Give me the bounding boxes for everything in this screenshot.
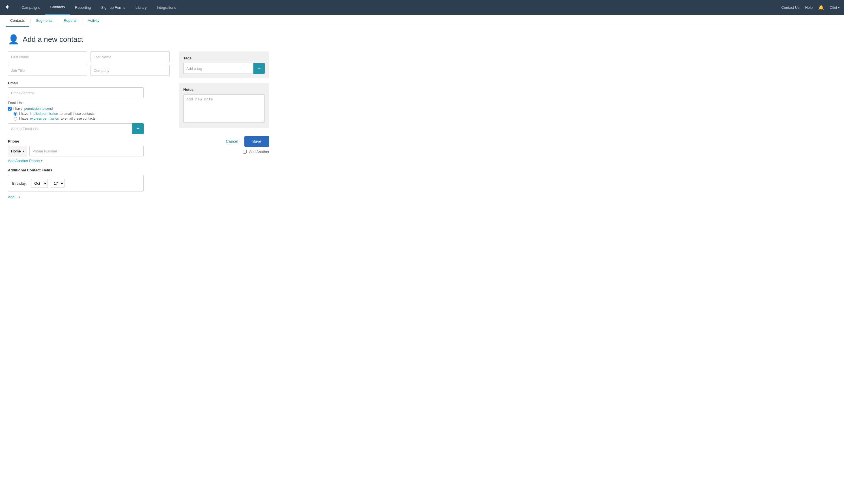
phone-section-label: Phone [8, 139, 170, 143]
actions-row: Cancel Save Add Another [179, 136, 269, 154]
sub-nav-reports[interactable]: Reports [59, 15, 81, 27]
notes-panel: Notes [179, 83, 269, 128]
email-input[interactable] [8, 87, 144, 98]
add-another-label: Add Another [249, 150, 269, 154]
person-icon: 👤 [8, 34, 19, 45]
express-radio[interactable] [14, 117, 17, 121]
birthday-month-select[interactable]: JanFebMarApr MayJunJulAug SepOctNovDec [31, 179, 48, 188]
sub-navigation: Contacts | Segments | Reports | Activity [0, 15, 844, 27]
divider-2: | [57, 19, 59, 23]
tags-title: Tags [183, 56, 265, 60]
page-title: Add a new contact [23, 35, 83, 44]
add-more-link[interactable]: Add... ▾ [8, 195, 170, 199]
logo[interactable]: ✦ [4, 4, 10, 11]
contact-us-link[interactable]: Contact Us [781, 5, 799, 10]
add-email-list-input[interactable] [8, 123, 132, 134]
add-more-caret: ▾ [19, 195, 20, 199]
help-link[interactable]: Help [805, 5, 813, 10]
add-another-checkbox[interactable] [243, 150, 247, 154]
nav-campaigns[interactable]: Campaigns [16, 0, 45, 15]
last-name-input[interactable] [90, 52, 170, 62]
nav-reporting[interactable]: Reporting [70, 0, 96, 15]
phone-type-label: Home [11, 149, 21, 153]
birthday-row: Birthday: JanFebMarApr MayJunJulAug SepO… [8, 175, 144, 192]
additional-fields-label: Additional Contact Fields [8, 168, 170, 172]
implied-radio[interactable] [14, 112, 17, 116]
birthday-day-select[interactable]: 12345 678910 1112131415 1617181920 21222… [51, 179, 65, 188]
express-radio-row: I have express permission to email these… [14, 116, 170, 121]
nav-links: Campaigns Contacts Reporting Sign-up For… [16, 0, 781, 15]
top-navigation: ✦ Campaigns Contacts Reporting Sign-up F… [0, 0, 844, 15]
permission-text: I have [13, 107, 23, 111]
nav-integrations[interactable]: Integrations [151, 0, 181, 15]
save-button[interactable]: Save [245, 136, 269, 147]
nav-right: Contact Us Help 🔔 Clint ▾ [781, 5, 840, 10]
notifications-icon[interactable]: 🔔 [818, 5, 824, 10]
tags-panel: Tags + [179, 52, 269, 78]
add-tag-button[interactable]: + [253, 63, 265, 74]
email-lists-label: Email Lists [8, 101, 170, 105]
express-text: I have [19, 116, 28, 121]
tag-input-row: + [183, 63, 265, 74]
sub-nav-segments[interactable]: Segments [31, 15, 57, 27]
user-menu[interactable]: Clint ▾ [830, 5, 840, 10]
add-email-list-button[interactable]: + [132, 123, 144, 134]
add-another-phone-link[interactable]: Add Another Phone ▾ [8, 159, 170, 163]
add-another-row: Add Another [243, 150, 269, 154]
permission-link[interactable]: permission to send [24, 107, 53, 111]
implied-link[interactable]: implied permission [30, 112, 58, 116]
main-content: 👤 Add a new contact Email Email Lists [0, 27, 277, 206]
form-layout: Email Email Lists I have permission to s… [8, 52, 269, 199]
express-link[interactable]: express permission [30, 116, 59, 121]
implied-text: I have [19, 112, 28, 116]
divider-3: | [81, 19, 84, 23]
notes-textarea[interactable] [183, 94, 265, 123]
birthday-label: Birthday: [12, 181, 26, 185]
phone-row: Home ▾ [8, 146, 144, 157]
express-suffix: to email these contacts. [61, 116, 96, 121]
nav-signup-forms[interactable]: Sign-up Forms [96, 0, 130, 15]
right-column: Tags + Notes Cancel Save Add Another [179, 52, 269, 154]
phone-type-dropdown[interactable]: Home ▾ [8, 146, 27, 157]
sub-nav-contacts[interactable]: Contacts [6, 15, 29, 27]
add-email-list-row: + [8, 123, 144, 134]
name-row [8, 52, 170, 62]
permission-checkbox[interactable] [8, 107, 12, 111]
email-lists-section: Email Lists I have permission to send I … [8, 101, 170, 134]
job-company-row [8, 65, 170, 76]
phone-number-input[interactable] [30, 146, 144, 157]
action-buttons: Cancel Save [223, 136, 269, 147]
tag-input[interactable] [183, 63, 253, 74]
permission-row: I have permission to send [8, 107, 170, 111]
page-title-row: 👤 Add a new contact [8, 34, 269, 45]
email-input-wrap [8, 87, 170, 98]
implied-radio-row: I have implied permission to email these… [14, 112, 170, 116]
add-phone-caret: ▾ [41, 159, 42, 162]
left-column: Email Email Lists I have permission to s… [8, 52, 170, 199]
notes-title: Notes [183, 87, 265, 92]
nav-contacts[interactable]: Contacts [45, 0, 70, 15]
add-more-text: Add... [8, 195, 18, 199]
nav-library[interactable]: Library [130, 0, 152, 15]
email-section-label: Email [8, 81, 170, 85]
add-phone-text: Add Another Phone [8, 159, 40, 163]
divider-1: | [29, 19, 31, 23]
sub-nav-activity[interactable]: Activity [83, 15, 104, 27]
job-title-input[interactable] [8, 65, 87, 76]
implied-suffix: to email these contacts. [60, 112, 95, 116]
cancel-button[interactable]: Cancel [223, 139, 241, 144]
first-name-input[interactable] [8, 52, 87, 62]
company-input[interactable] [90, 65, 170, 76]
phone-type-caret: ▾ [23, 150, 24, 153]
